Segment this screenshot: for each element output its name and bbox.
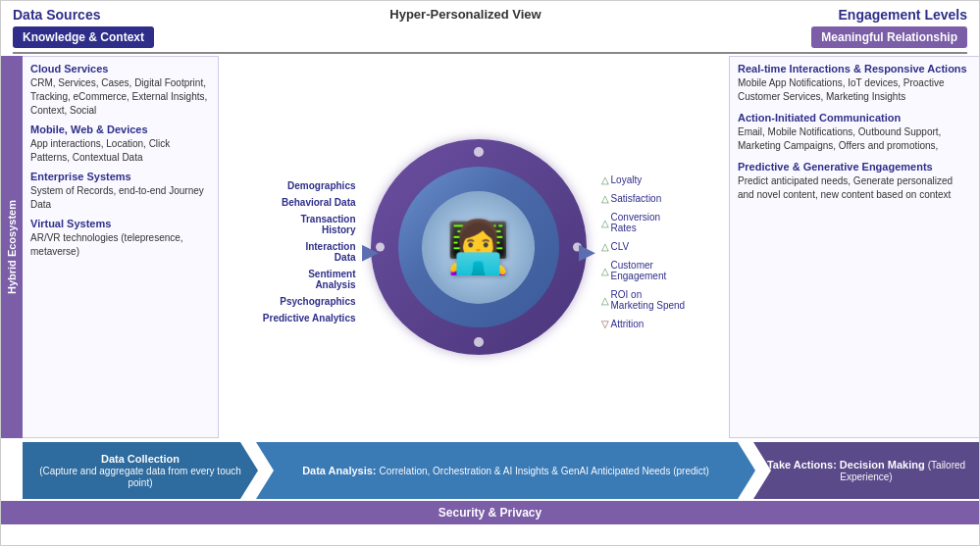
right-header: Engagement Levels Meaningful Relationshi…: [712, 7, 967, 48]
realtime-text: Mobile App Notifications, IoT devices, P…: [738, 76, 971, 104]
arrow-loyalty: △: [601, 174, 609, 185]
virtual-systems-text: AR/VR technologies (telepresence, metave…: [30, 231, 210, 259]
dot-bl: [388, 327, 396, 335]
data-analysis-content: Data Analysis: Correlation, Orchestratio…: [302, 465, 709, 476]
meaningful-relationship-badge: Meaningful Relationship: [811, 26, 967, 48]
enterprise-systems-section: Enterprise Systems System of Records, en…: [30, 171, 210, 212]
virtual-systems-section: Virtual Systems AR/VR technologies (tele…: [30, 218, 210, 259]
mobile-web-section: Mobile, Web & Devices App interactions, …: [30, 124, 210, 165]
take-actions-title: Take Actions: Decision Making: [767, 459, 925, 471]
right-panel: Real-time Interactions & Responsive Acti…: [729, 56, 979, 438]
concentric-circles: 👩‍💻: [371, 139, 587, 355]
predictive-generative-section: Predictive & Generative Engagements Pred…: [738, 161, 971, 202]
input-labels: Demographics Behavioral Data Transaction…: [263, 180, 356, 323]
label-demographics: Demographics: [263, 180, 356, 191]
action-initiated-section: Action-Initiated Communication Email, Mo…: [738, 112, 971, 153]
arrow-conversion: △: [601, 218, 609, 228]
data-collection-segment: Data Collection (Capture and aggregate d…: [23, 442, 258, 499]
action-initiated-text: Email, Mobile Notifications, Outbound Su…: [738, 125, 971, 153]
label-psychographics: Psychographics: [263, 296, 356, 307]
dot-tl: [388, 159, 396, 167]
label-roi: △ ROI onMarketing Spend: [601, 289, 686, 311]
dot-tr: [561, 159, 569, 167]
arrow-clv: △: [601, 241, 609, 252]
label-attrition: ▽ Attrition: [601, 319, 686, 329]
enterprise-systems-title: Enterprise Systems: [30, 171, 210, 182]
center-content: Demographics Behavioral Data Transaction…: [219, 56, 729, 438]
dot-bottom: [474, 337, 484, 347]
right-arrow-icon: ▶: [579, 239, 595, 265]
realtime-title: Real-time Interactions & Responsive Acti…: [738, 63, 971, 74]
label-predictive: Predictive Analytics: [263, 313, 356, 323]
bottom-bar: Data Collection (Capture and aggregate d…: [1, 442, 979, 499]
arrow-roi: △: [601, 295, 609, 306]
data-analysis-segment: Data Analysis: Correlation, Orchestratio…: [256, 442, 755, 499]
knowledge-context-badge: Knowledge & Context: [13, 26, 154, 48]
data-collection-title: Data Collection: [101, 453, 180, 465]
data-analysis-title: Data Analysis:: [302, 465, 376, 476]
arrow-satisfaction: △: [601, 193, 609, 204]
center-panel: Demographics Behavioral Data Transaction…: [219, 56, 729, 438]
label-transaction: TransactionHistory: [263, 214, 356, 235]
predictive-generative-title: Predictive & Generative Engagements: [738, 161, 971, 173]
arrow-attrition: ▽: [601, 319, 609, 329]
label-engagement: △ CustomerEngagement: [601, 260, 686, 281]
predictive-generative-text: Predict anticipated needs, Generate pers…: [738, 174, 971, 202]
mobile-web-text: App interactions, Location, Click Patter…: [30, 137, 210, 165]
main-area: Hybrid Ecosystem Cloud Services CRM, Ser…: [1, 56, 979, 438]
action-initiated-title: Action-Initiated Communication: [738, 112, 971, 124]
label-satisfaction: △ Satisfaction: [601, 193, 686, 204]
cloud-services-text: CRM, Services, Cases, Digital Footprint,…: [30, 76, 210, 118]
realtime-section: Real-time Interactions & Responsive Acti…: [738, 63, 971, 104]
data-collection-content: Data Collection (Capture and aggregate d…: [34, 453, 246, 488]
data-sources-title: Data Sources: [13, 7, 219, 23]
take-actions-content: Take Actions: Decision Making (Tailored …: [765, 459, 967, 482]
data-analysis-text: Correlation, Orchestration & AI Insights…: [380, 466, 709, 476]
output-labels: △ Loyalty △ Satisfaction △ ConversionRat…: [601, 174, 686, 329]
engagement-levels-title: Engagement Levels: [712, 7, 967, 23]
virtual-systems-title: Virtual Systems: [30, 218, 210, 229]
dot-br: [561, 327, 569, 335]
label-behavioral: Behavioral Data: [263, 197, 356, 208]
dot-top: [474, 147, 484, 157]
label-interaction: InteractionData: [263, 241, 356, 263]
enterprise-systems-text: System of Records, end-to-end Journey Da…: [30, 184, 210, 212]
outer-ring: 👩‍💻: [371, 139, 587, 355]
security-privacy-bar: Security & Privacy: [1, 501, 979, 524]
left-panel: Cloud Services CRM, Services, Cases, Dig…: [23, 56, 219, 438]
mobile-web-title: Mobile, Web & Devices: [30, 124, 210, 135]
label-conversion: △ ConversionRates: [601, 212, 686, 233]
hyper-personalized-title: Hyper-Personalized View: [219, 7, 712, 22]
left-arrow-icon: ▶: [362, 239, 379, 265]
hybrid-ecosystem-label: Hybrid Ecosystem: [1, 56, 23, 438]
center-header: Hyper-Personalized View: [219, 7, 712, 22]
label-loyalty: △ Loyalty: [601, 174, 686, 185]
middle-ring: 👩‍💻: [398, 167, 559, 327]
cloud-services-section: Cloud Services CRM, Services, Cases, Dig…: [30, 63, 210, 118]
label-clv: △ CLV: [601, 241, 686, 252]
left-header: Data Sources Knowledge & Context: [13, 7, 219, 48]
top-section: Data Sources Knowledge & Context Hyper-P…: [1, 1, 979, 54]
inner-circle: 👩‍💻: [422, 191, 535, 304]
headers-row: Data Sources Knowledge & Context Hyper-P…: [13, 7, 967, 54]
take-actions-segment: Take Actions: Decision Making (Tailored …: [753, 442, 979, 499]
arrow-engagement: △: [601, 266, 609, 276]
label-sentiment: SentimentAnalysis: [263, 269, 356, 290]
person-icon: 👩‍💻: [446, 222, 510, 273]
data-collection-text: (Capture and aggregate data from every t…: [39, 466, 241, 488]
diagram-container: Data Sources Knowledge & Context Hyper-P…: [0, 0, 980, 546]
cloud-services-title: Cloud Services: [30, 63, 210, 74]
